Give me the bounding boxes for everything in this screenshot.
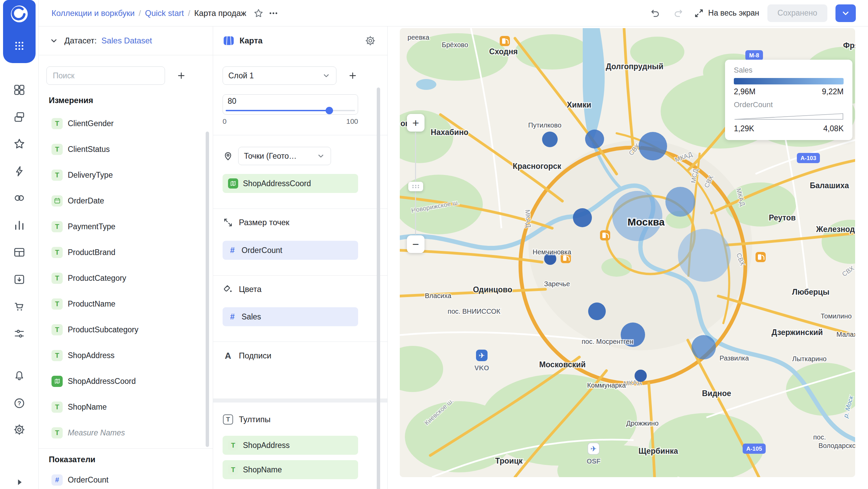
field-item-shopaddresscoord[interactable]: ShopAddressCoord <box>39 368 213 394</box>
dataset-panel: Датасет: Sales Dataset Измерения TClient… <box>39 26 213 489</box>
field-item-orderdate[interactable]: OrderDate <box>39 188 213 214</box>
map-bubble[interactable] <box>639 132 667 160</box>
point-size-field-chip[interactable]: # OrderCount <box>223 241 358 260</box>
zoom-out-button[interactable]: − <box>407 235 425 253</box>
fullscreen-label: На весь экран <box>708 8 759 18</box>
text-field-icon: T <box>51 118 63 129</box>
favorite-star-button[interactable] <box>251 6 266 21</box>
map-bubble[interactable] <box>665 187 695 217</box>
map-place-label: пос. <box>813 433 826 441</box>
map-bubble[interactable] <box>691 335 716 359</box>
nav-datasets[interactable] <box>12 245 27 260</box>
notifications-button[interactable] <box>12 368 27 383</box>
chevron-down-icon <box>322 71 331 80</box>
nav-charts[interactable] <box>12 218 27 233</box>
field-name: ShopAddressCoord <box>68 377 136 386</box>
breadcrumb-separator: / <box>188 8 190 18</box>
colors-field-chip[interactable]: # Sales <box>223 307 358 326</box>
map-bubble[interactable] <box>542 132 558 147</box>
settings-button[interactable] <box>12 422 27 437</box>
tooltip-field-chip[interactable]: T ShopAddress <box>223 436 358 455</box>
field-item-clientgender[interactable]: TClientGender <box>39 111 213 136</box>
color-legend-min: 2,96M <box>734 87 756 96</box>
map-bubble[interactable] <box>585 130 604 149</box>
chart-settings-button[interactable] <box>363 33 378 48</box>
slider-max-label: 100 <box>346 117 358 125</box>
slider-knob[interactable] <box>326 107 333 114</box>
nav-dashboards[interactable] <box>12 82 27 97</box>
datalens-logo[interactable] <box>11 5 28 23</box>
breadcrumb-workbook-link[interactable]: Quick start <box>145 8 184 18</box>
field-item-shopname[interactable]: TShopName <box>39 394 213 420</box>
map-bubble[interactable] <box>678 229 731 282</box>
breadcrumb-separator: / <box>139 8 141 18</box>
slider-track[interactable] <box>226 110 355 111</box>
field-item-productsubcategory[interactable]: TProductSubcategory <box>39 317 213 343</box>
geo-type-select[interactable]: Точки (Геото… <box>238 147 331 165</box>
breadcrumb-collections-link[interactable]: Коллекции и воркбуки <box>51 8 135 18</box>
field-item-clientstatus[interactable]: TClientStatus <box>39 136 213 162</box>
save-dropdown-button[interactable] <box>835 4 856 22</box>
field-item-paymenttype[interactable]: TPaymentType <box>39 214 213 239</box>
color-legend-max: 9,22M <box>822 87 844 96</box>
undo-button[interactable] <box>648 6 663 21</box>
chart-panel-scrollbar[interactable] <box>377 87 380 489</box>
map-bubble[interactable] <box>573 208 592 227</box>
opacity-slider[interactable]: 80 <box>223 94 358 115</box>
more-menu-button[interactable] <box>266 6 281 21</box>
field-item-productbrand[interactable]: TProductBrand <box>39 239 213 265</box>
nav-collections[interactable] <box>12 110 27 124</box>
zoom-in-button[interactable]: + <box>407 114 425 132</box>
search-input[interactable] <box>46 66 165 85</box>
slider-min-label: 0 <box>223 117 227 125</box>
dataset-scrollbar[interactable] <box>206 132 209 447</box>
map-place-label: Красногорск <box>513 162 561 171</box>
field-name: ProductCategory <box>68 274 126 283</box>
field-item-measure-names[interactable]: TMeasure Names <box>39 420 213 446</box>
layer-select[interactable]: Слой 1 <box>223 66 336 85</box>
map-road-label: МКАД <box>524 210 532 228</box>
tooltips-section: T Тултипы <box>223 414 387 425</box>
tooltip-field-chip[interactable]: T ShopName <box>223 460 358 479</box>
chart-title: Карта <box>240 36 263 45</box>
map-bubble[interactable] <box>635 370 647 382</box>
field-item-deliverytype[interactable]: TDeliveryType <box>39 162 213 188</box>
date-field-icon <box>51 195 63 207</box>
text-field-icon: T <box>51 170 63 181</box>
apps-grid-button[interactable] <box>14 40 25 52</box>
saved-button[interactable]: Сохранено <box>767 4 827 22</box>
help-button[interactable]: ? <box>12 396 27 411</box>
section-separator <box>213 398 387 403</box>
zoom-slider-handle[interactable] <box>408 182 423 191</box>
nav-favorites[interactable] <box>12 136 27 151</box>
map-bubble[interactable] <box>588 302 606 320</box>
map-place-label: пос. ВНИИССОК <box>448 308 500 315</box>
field-name: OrderCount <box>68 475 108 485</box>
field-item-ordercount[interactable]: #OrderCount <box>39 467 213 489</box>
dataset-name-link[interactable]: Sales Dataset <box>101 36 152 45</box>
nav-monitoring[interactable] <box>12 191 27 206</box>
dataset-collapse-chevron[interactable] <box>48 33 60 48</box>
field-item-productname[interactable]: TProductName <box>39 291 213 317</box>
nav-rail: ? <box>0 0 39 489</box>
nav-services[interactable] <box>12 326 27 341</box>
add-layer-button[interactable] <box>345 68 360 83</box>
redo-button[interactable] <box>671 6 686 21</box>
map-bubble[interactable] <box>612 191 662 241</box>
nav-marketplace[interactable] <box>12 299 27 314</box>
field-item-productcategory[interactable]: TProductCategory <box>39 265 213 291</box>
add-field-button[interactable] <box>174 68 189 83</box>
map-canvas[interactable]: МКАДМКАДМКАДМКАДСВХСВХСВХСВХМСДНоворижск… <box>400 28 855 477</box>
map-place-label: Коммунарка <box>587 382 626 389</box>
geopoints-field-chip[interactable]: ShopAddressCoord <box>223 174 358 193</box>
nav-editor[interactable] <box>12 164 27 179</box>
fullscreen-icon <box>694 8 704 18</box>
fullscreen-button[interactable]: На весь экран <box>694 8 759 18</box>
text-field-icon: T <box>51 402 63 413</box>
map-place-label: Томилино <box>821 312 852 320</box>
nav-connections[interactable] <box>12 272 27 287</box>
expand-rail-button[interactable] <box>12 475 27 489</box>
drag-dots-icon <box>411 184 420 189</box>
field-item-shopaddress[interactable]: TShopAddress <box>39 343 213 368</box>
map-place-label: Немчиновка <box>533 248 572 256</box>
